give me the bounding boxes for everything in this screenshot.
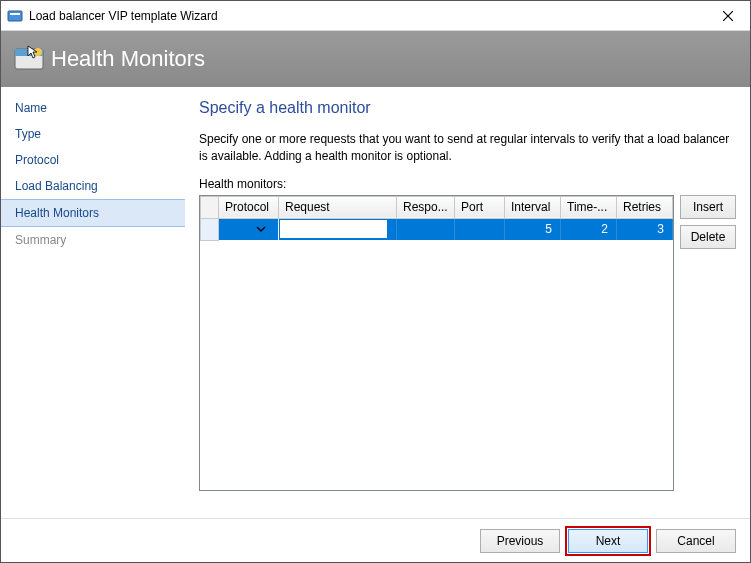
sidebar-item-label: Name: [15, 101, 47, 115]
sidebar-item-label: Summary: [15, 233, 66, 247]
request-input[interactable]: [279, 219, 388, 239]
sidebar-item-label: Load Balancing: [15, 179, 98, 193]
row-gutter[interactable]: [201, 218, 219, 240]
cell-port[interactable]: [455, 218, 505, 240]
col-retries[interactable]: Retries: [617, 196, 673, 218]
col-port[interactable]: Port: [455, 196, 505, 218]
cell-request[interactable]: [279, 218, 397, 240]
banner-title: Health Monitors: [51, 46, 205, 72]
page-heading: Specify a health monitor: [199, 99, 736, 117]
page-description: Specify one or more requests that you wa…: [199, 131, 736, 165]
svg-rect-1: [10, 13, 20, 15]
footer: Previous Next Cancel: [1, 518, 750, 562]
delete-button[interactable]: Delete: [680, 225, 736, 249]
health-monitors-grid[interactable]: Protocol Request Respo... Port Interval …: [199, 195, 674, 491]
sidebar-item-name[interactable]: Name: [1, 95, 185, 121]
sidebar-item-type[interactable]: Type: [1, 121, 185, 147]
col-interval[interactable]: Interval: [505, 196, 561, 218]
sidebar-item-label: Health Monitors: [15, 206, 99, 220]
sidebar-item-health-monitors[interactable]: Health Monitors: [1, 199, 185, 227]
grid-buttons: Insert Delete: [680, 195, 736, 249]
insert-button[interactable]: Insert: [680, 195, 736, 219]
grid-header-gutter: [201, 196, 219, 218]
sidebar-item-label: Protocol: [15, 153, 59, 167]
cell-retries[interactable]: 3: [617, 218, 673, 240]
col-protocol[interactable]: Protocol: [219, 196, 279, 218]
main-panel: Specify a health monitor Specify one or …: [185, 87, 750, 518]
svg-rect-0: [8, 11, 22, 21]
sidebar-item-protocol[interactable]: Protocol: [1, 147, 185, 173]
cell-response[interactable]: [397, 218, 455, 240]
cursor-icon: [27, 45, 41, 59]
col-timeout[interactable]: Time-...: [561, 196, 617, 218]
app-icon: [7, 8, 23, 24]
sidebar-item-label: Type: [15, 127, 41, 141]
wizard-window: Load balancer VIP template Wizard Health…: [0, 0, 751, 563]
cell-timeout[interactable]: 2: [561, 218, 617, 240]
wizard-body: Name Type Protocol Load Balancing Health…: [1, 87, 750, 518]
grid-label: Health monitors:: [199, 177, 736, 191]
window-title: Load balancer VIP template Wizard: [29, 9, 706, 23]
cell-protocol[interactable]: [219, 218, 279, 240]
previous-button[interactable]: Previous: [480, 529, 560, 553]
grid-empty-area: [200, 241, 673, 490]
cell-interval[interactable]: 5: [505, 218, 561, 240]
table-row[interactable]: 5 2 3: [201, 218, 673, 240]
banner-icon: [13, 43, 45, 75]
grid-row: Protocol Request Respo... Port Interval …: [199, 195, 736, 518]
titlebar: Load balancer VIP template Wizard: [1, 1, 750, 31]
col-response[interactable]: Respo...: [397, 196, 455, 218]
chevron-down-icon: [256, 224, 266, 234]
sidebar-item-summary[interactable]: Summary: [1, 227, 185, 253]
grid-table: Protocol Request Respo... Port Interval …: [200, 196, 673, 241]
close-button[interactable]: [706, 1, 750, 31]
col-request[interactable]: Request: [279, 196, 397, 218]
cancel-button[interactable]: Cancel: [656, 529, 736, 553]
grid-header-row: Protocol Request Respo... Port Interval …: [201, 196, 673, 218]
sidebar-item-load-balancing[interactable]: Load Balancing: [1, 173, 185, 199]
next-button[interactable]: Next: [568, 529, 648, 553]
sidebar: Name Type Protocol Load Balancing Health…: [1, 87, 185, 518]
close-icon: [723, 11, 733, 21]
banner: Health Monitors: [1, 31, 750, 87]
